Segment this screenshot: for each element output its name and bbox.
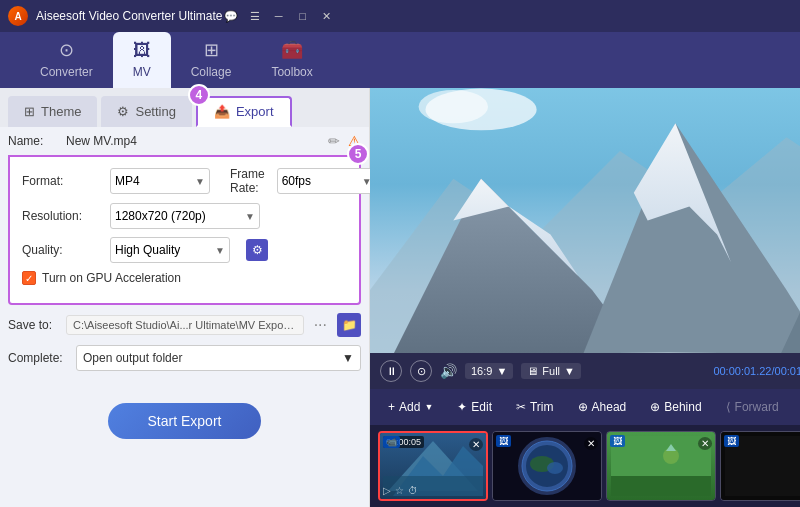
add-arrow-icon: ▼ [424,402,433,412]
behind-button[interactable]: ⊕ Behind [640,396,711,418]
theme-tab-label: Theme [41,104,81,119]
ratio-arrow-icon: ▼ [496,365,507,377]
monitor-icon: 🖥 [527,365,538,377]
thumb2-type-badge: 🖼 [496,435,511,447]
quality-settings-button[interactable]: ⚙ [246,239,268,261]
aspect-ratio-select[interactable]: 16:9 ▼ [465,363,513,379]
gpu-checkbox[interactable]: ✓ Turn on GPU Acceleration [22,271,181,285]
close-icon[interactable]: ✕ [319,8,335,24]
format-value: MP4 [115,174,140,188]
name-label: Name: [8,134,58,148]
format-label: Format: [22,174,102,188]
tab-setting[interactable]: ⚙ Setting [101,96,191,127]
scissors-icon: ✂ [516,400,526,414]
name-value: New MV.mp4 [66,134,320,148]
toolbox-icon: 🧰 [281,39,303,61]
tab-toolbox[interactable]: 🧰 Toolbox [251,31,332,89]
add-button[interactable]: + Add ▼ [378,396,443,418]
browse-folder-button[interactable]: 📁 [337,313,361,337]
maximize-icon[interactable]: □ [295,8,311,24]
pause-button[interactable]: ⏸ [380,360,402,382]
complete-label: Complete: [8,351,68,365]
minimize-icon[interactable]: ─ [271,8,287,24]
full-label: Full [542,365,560,377]
start-export-left-button[interactable]: Start Export [108,403,262,439]
complete-select[interactable]: Open output folder ▼ [76,345,361,371]
tab-collage[interactable]: ⊞ Collage [171,31,252,89]
sub-tabs: ⊞ Theme ⚙ Setting 📤 Export 4 [0,88,369,127]
resolution-arrow-icon: ▼ [245,211,255,222]
stop-button[interactable]: ⊙ [410,360,432,382]
thumb1-star-icon[interactable]: ☆ [395,485,404,496]
edit-button[interactable]: ✦ Edit [447,396,502,418]
ratio-value: 16:9 [471,365,492,377]
main-content: ⊞ Theme ⚙ Setting 📤 Export 4 Name: New M… [0,88,800,507]
framerate-select[interactable]: 60fps ▼ [277,168,377,194]
quality-row: Quality: High Quality ▼ ⚙ [22,237,347,263]
edit-icon: ✦ [457,400,467,414]
thumb1-close-icon[interactable]: ✕ [469,436,483,451]
video-controls: ⏸ ⊙ 🔊 16:9 ▼ 🖥 Full ▼ 00:00:01.22/00:01:… [370,353,800,389]
thumb1-type-badge: 📹 [383,436,400,448]
add-icon: + [388,400,395,414]
filmstrip-item-3[interactable]: ✕ 🖼 [606,431,716,501]
name-row: Name: New MV.mp4 ✏ ⚠ [0,127,369,155]
tab-theme[interactable]: ⊞ Theme [8,96,97,127]
thumb3-type-badge: 🖼 [610,435,625,447]
edit-icon[interactable]: ✏ [328,133,340,149]
tab-converter[interactable]: ⊙ Converter [20,31,113,89]
thumb3-close-icon[interactable]: ✕ [698,435,712,450]
behind-label: Behind [664,400,701,414]
svg-point-18 [547,462,563,474]
thumb1-clock-icon[interactable]: ⏱ [408,485,418,496]
thumb1-controls: ▷ ☆ ⏱ [383,485,418,496]
mv-icon: 🖼 [133,40,151,61]
resolution-select[interactable]: 1280x720 (720p) ▼ [110,203,260,229]
toolbox-label: Toolbox [271,65,312,79]
gpu-checkbox-box[interactable]: ✓ [22,271,36,285]
right-panel: ⏸ ⊙ 🔊 16:9 ▼ 🖥 Full ▼ 00:00:01.22/00:01:… [370,88,800,507]
quality-label: Quality: [22,243,102,257]
filmstrip-item-4[interactable]: ✕ 🖼 [720,431,800,501]
edit-label: Edit [471,400,492,414]
forward-icon: ⟨ [726,400,731,414]
complete-value: Open output folder [83,351,182,365]
quality-select[interactable]: High Quality ▼ [110,237,230,263]
setting-tab-label: Setting [135,104,175,119]
tab-mv[interactable]: 🖼 MV [113,32,171,89]
complete-arrow-icon: ▼ [342,351,354,365]
filmstrip: 00:00:05 ▷ ☆ ⏱ ✕ 📹 [370,425,800,507]
more-options-icon[interactable]: ··· [314,316,327,334]
fullscreen-select[interactable]: 🖥 Full ▼ [521,363,581,379]
forward-button[interactable]: ⟨ Forward [716,396,789,418]
resolution-row: Resolution: 1280x720 (720p) ▼ [22,203,347,229]
ahead-button[interactable]: ⊕ Ahead [568,396,637,418]
quality-value: High Quality [115,243,180,257]
thumb1-play-icon[interactable]: ▷ [383,485,391,496]
format-select[interactable]: MP4 ▼ [110,168,210,194]
filmstrip-item-2[interactable]: ✕ 🖼 [492,431,602,501]
menu-icon[interactable]: ☰ [247,8,263,24]
video-time-display: 00:00:01.22/00:01:40.16 [713,365,800,377]
converter-icon: ⊙ [59,39,74,61]
tab-export[interactable]: 📤 Export 4 [196,96,292,127]
nav-bar: ⊙ Converter 🖼 MV ⊞ Collage 🧰 Toolbox [0,32,800,88]
behind-icon: ⊕ [650,400,660,414]
quality-arrow-icon: ▼ [215,245,225,256]
chat-icon[interactable]: 💬 [223,8,239,24]
framerate-value: 60fps [282,174,311,188]
framerate-label: Frame Rate: [230,167,265,195]
full-arrow-icon: ▼ [564,365,575,377]
thumb2-close-icon[interactable]: ✕ [584,435,598,450]
backward-button[interactable]: ⟩ Backward [793,396,800,418]
ahead-label: Ahead [592,400,627,414]
trim-button[interactable]: ✂ Trim [506,396,564,418]
mv-label: MV [133,65,151,79]
export-form: 5 Format: MP4 ▼ Frame Rate: 60fps ▼ Reso… [8,155,361,305]
audio-icon[interactable]: 🔊 [440,363,457,379]
export-tab-icon: 📤 [214,104,230,119]
thumb4-type-badge: 🖼 [724,435,739,447]
theme-tab-icon: ⊞ [24,104,35,119]
filmstrip-item-1[interactable]: 00:00:05 ▷ ☆ ⏱ ✕ 📹 [378,431,488,501]
trim-label: Trim [530,400,554,414]
